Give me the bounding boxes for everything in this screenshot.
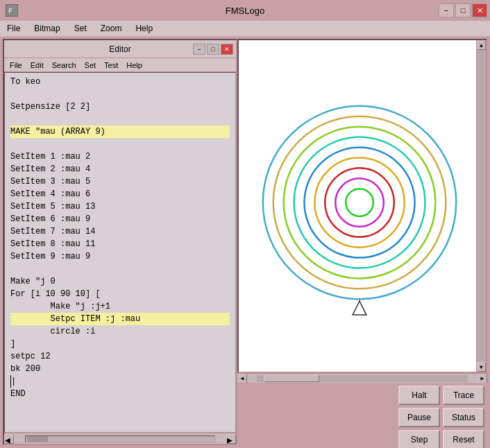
minimize-button[interactable]: − [439, 3, 454, 17]
step-button[interactable]: Step [398, 430, 440, 448]
svg-point-4 [284, 127, 436, 279]
editor-menu-edit[interactable]: Edit [28, 60, 47, 70]
controls-area: Halt Trace Pause Status Step Reset [237, 383, 487, 445]
code-line: Setpensize [2 2] [10, 101, 230, 113]
button-grid: Halt Trace Pause Status Step Reset [398, 386, 484, 448]
svg-point-10 [346, 189, 373, 216]
code-line: SetItem 8 :mau 11 [10, 238, 230, 250]
editor-menu: File Edit Search Set Test Help [4, 58, 236, 72]
code-line: SetItem 3 :mau 5 [10, 175, 230, 188]
code-line: setpc 12 [10, 350, 230, 363]
hscroll-right-btn[interactable]: ▶ [226, 434, 236, 444]
drawing-canvas-area: ▲ ▼ [237, 39, 487, 373]
code-line [10, 263, 230, 275]
code-line: SetItem 6 :mau 9 [10, 213, 230, 225]
maximize-button[interactable]: □ [455, 3, 471, 17]
code-line: ] [10, 338, 230, 350]
code-editor[interactable]: To keoSetpensize [2 2]MAKE "mau (ARRAY 9… [4, 72, 236, 433]
vscroll: ▲ ▼ [476, 40, 486, 372]
code-line: To keo [10, 76, 230, 88]
code-line: circle :i [10, 325, 230, 338]
menu-help[interactable]: Help [131, 22, 157, 35]
menu-bar: File Bitmap Set Zoom Help [0, 21, 490, 36]
title-bar: F FMSLogo − □ ✕ [0, 0, 490, 21]
code-line: SetItem 5 :mau 13 [10, 200, 230, 213]
code-line: SetItem 7 :mau 14 [10, 225, 230, 238]
vscroll-track [477, 50, 486, 362]
code-line: Make "j 0 [10, 275, 230, 288]
editor-menu-search[interactable]: Search [49, 60, 79, 70]
editor-menu-file[interactable]: File [7, 60, 25, 70]
editor-panel: Editor − □ ✕ File Edit Search Set Test H… [3, 39, 237, 445]
app-icon: F [6, 4, 18, 17]
drawing-svg [239, 40, 486, 372]
editor-close-button[interactable]: ✕ [221, 44, 233, 55]
code-line [10, 138, 230, 150]
menu-set[interactable]: Set [70, 22, 91, 35]
main-content: Editor − □ ✕ File Edit Search Set Test H… [0, 36, 490, 448]
vscroll-down-btn[interactable]: ▼ [477, 362, 486, 372]
editor-menu-test[interactable]: Test [101, 60, 121, 70]
trace-button[interactable]: Trace [443, 386, 484, 405]
canvas-hscroll-track [257, 375, 468, 382]
code-line: SetItem 2 :mau 4 [10, 163, 230, 175]
code-line: SetItem 9 :mau 9 [10, 250, 230, 263]
code-line [10, 113, 230, 126]
pause-button[interactable]: Pause [398, 408, 440, 427]
editor-minimize-button[interactable]: − [193, 44, 205, 55]
code-line: MAKE "mau (ARRAY 9) [10, 126, 230, 138]
editor-title: Editor [109, 44, 130, 54]
code-line: Setpc ITEM :j :mau [10, 313, 230, 325]
editor-controls: − □ ✕ [193, 44, 233, 55]
hscroll-thumb[interactable] [27, 436, 48, 442]
menu-zoom[interactable]: Zoom [96, 22, 126, 35]
canvas-hscroll-thumb[interactable] [264, 375, 319, 382]
code-line: | [10, 375, 230, 388]
svg-text:F: F [8, 8, 12, 15]
canvas-hscroll-left-btn[interactable]: ◀ [237, 374, 247, 384]
code-line: END [10, 388, 230, 400]
editor-menu-set[interactable]: Set [82, 60, 99, 70]
menu-file[interactable]: File [3, 22, 24, 35]
svg-point-2 [263, 106, 456, 299]
editor-maximize-button[interactable]: □ [207, 44, 219, 55]
menu-bitmap[interactable]: Bitmap [30, 22, 64, 35]
reset-button[interactable]: Reset [443, 430, 484, 448]
window-title: FMSLogo [226, 6, 264, 16]
editor-menu-help[interactable]: Help [124, 60, 145, 70]
svg-point-7 [314, 157, 404, 247]
code-line: SetItem 4 :mau 6 [10, 188, 230, 200]
status-button[interactable]: Status [443, 408, 484, 427]
code-line [10, 88, 230, 101]
halt-button[interactable]: Halt [398, 386, 440, 405]
svg-marker-12 [353, 301, 366, 315]
close-button[interactable]: ✕ [472, 3, 487, 17]
svg-point-5 [294, 137, 425, 268]
vscroll-up-btn[interactable]: ▲ [477, 40, 486, 50]
code-line: SetItem 1 :mau 2 [10, 150, 230, 163]
svg-point-9 [335, 178, 384, 227]
code-line: bk 200 [10, 363, 230, 375]
right-panel: ▲ ▼ ◀ ▶ Halt Trace Pause Status Step Res… [237, 39, 487, 445]
hscroll-bottom[interactable]: ◀ ▶ [237, 373, 487, 383]
hscroll-left-btn[interactable]: ◀ [4, 434, 14, 444]
svg-point-6 [304, 147, 414, 257]
canvas-hscroll-right-btn[interactable]: ▶ [478, 374, 487, 384]
svg-point-3 [273, 117, 446, 289]
code-line: Make "j :j+1 [10, 300, 230, 313]
code-line: For [i 10 90 10] [ [10, 288, 230, 300]
editor-title-bar: Editor − □ ✕ [4, 40, 236, 58]
window-controls: − □ ✕ [439, 3, 487, 17]
editor-hscroll[interactable]: ◀ ▶ [4, 433, 236, 444]
hscroll-track [25, 436, 215, 442]
